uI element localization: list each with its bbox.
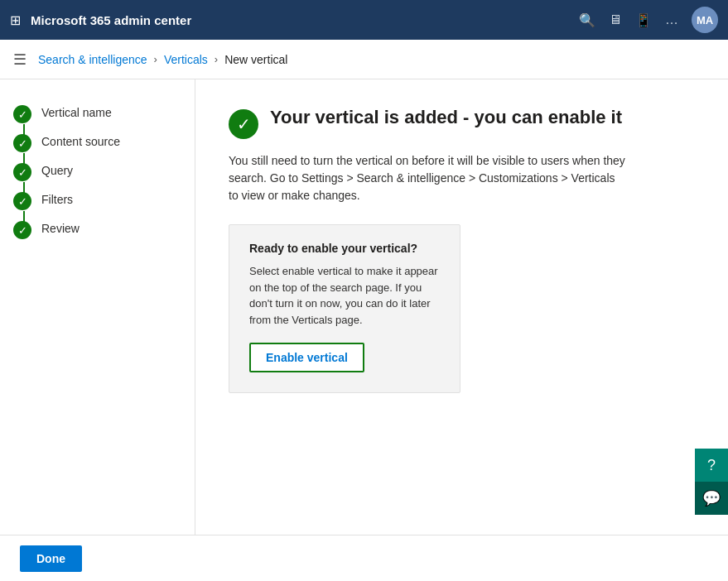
app-title: Microsoft 365 admin center: [31, 13, 569, 27]
step-3-icon: ✓: [13, 163, 31, 181]
enable-card: Ready to enable your vertical? Select en…: [229, 224, 460, 393]
step-content-source: ✓ Content source: [0, 128, 195, 157]
breadcrumb-sep-1: ›: [154, 53, 157, 65]
footer: Done: [0, 535, 728, 581]
main-layout: ✓ Vertical name ✓ Content source ✓ Query…: [0, 79, 728, 535]
step-4-label: Filters: [41, 191, 73, 206]
menu-icon[interactable]: ☰: [13, 50, 27, 69]
step-1-label: Vertical name: [41, 104, 112, 119]
success-title: Your vertical is added - you can enable …: [270, 106, 622, 130]
topbar: ⊞ Microsoft 365 admin center 🔍 🖥 📱 … MA: [0, 0, 728, 40]
chat-icon: 💬: [702, 489, 721, 507]
step-review: ✓ Review: [0, 215, 195, 244]
enable-vertical-button[interactable]: Enable vertical: [249, 343, 364, 372]
step-vertical-name: ✓ Vertical name: [0, 99, 195, 128]
step-5-icon: ✓: [13, 221, 31, 239]
step-3-label: Query: [41, 162, 73, 177]
breadcrumb-verticals[interactable]: Verticals: [164, 53, 208, 66]
help-float-button[interactable]: ?: [695, 449, 728, 482]
chat-float-button[interactable]: 💬: [695, 482, 728, 515]
breadcrumb-new-vertical: New vertical: [224, 53, 287, 66]
breadcrumb-sep-2: ›: [215, 53, 218, 65]
search-icon[interactable]: 🔍: [579, 12, 595, 28]
enable-card-desc: Select enable vertical to make it appear…: [249, 263, 440, 328]
success-icon: ✓: [229, 109, 258, 139]
sidebar: ✓ Vertical name ✓ Content source ✓ Query…: [0, 79, 195, 535]
avatar[interactable]: MA: [692, 7, 718, 33]
step-2-label: Content source: [41, 133, 120, 148]
breadcrumb: ☰ Search & intelligence › Verticals › Ne…: [0, 40, 728, 79]
step-5-label: Review: [41, 220, 80, 235]
grid-icon[interactable]: ⊞: [10, 12, 21, 28]
step-2-icon: ✓: [13, 134, 31, 152]
success-description: You still need to turn the vertical on b…: [229, 152, 626, 204]
enable-card-title: Ready to enable your vertical?: [249, 242, 440, 255]
step-4-icon: ✓: [13, 192, 31, 210]
step-filters: ✓ Filters: [0, 186, 195, 215]
step-query: ✓ Query: [0, 157, 195, 186]
done-button[interactable]: Done: [20, 545, 82, 572]
help-icon: ?: [707, 457, 716, 474]
content-area: ✓ Your vertical is added - you can enabl…: [195, 79, 728, 535]
breadcrumb-search-intelligence[interactable]: Search & intelligence: [38, 53, 147, 66]
float-buttons: ? 💬: [695, 449, 728, 515]
step-1-icon: ✓: [13, 105, 31, 123]
success-header: ✓ Your vertical is added - you can enabl…: [229, 106, 695, 139]
more-icon[interactable]: …: [665, 12, 678, 27]
monitor-icon[interactable]: 🖥: [609, 12, 622, 27]
topbar-icons: 🔍 🖥 📱 … MA: [579, 7, 718, 33]
mobile-icon[interactable]: 📱: [635, 12, 652, 28]
